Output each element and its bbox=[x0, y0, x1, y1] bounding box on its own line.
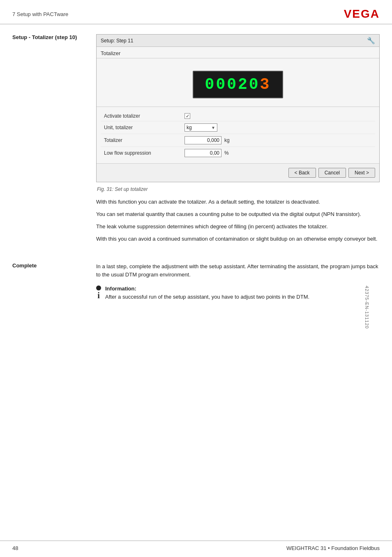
body-paragraph-3: The leak volume suppression determines w… bbox=[96, 223, 380, 231]
field-value-unit[interactable]: kg ▼ bbox=[184, 123, 374, 132]
display-digit-highlight: 3 bbox=[260, 76, 271, 93]
body-paragraph-4: With this you can avoid a continued summ… bbox=[96, 235, 380, 243]
field-row-lowflow: Low flow suppression 0,00 % bbox=[101, 147, 375, 159]
complete-left: Complete bbox=[12, 262, 86, 302]
totalizer-display-area: 000203 bbox=[97, 58, 379, 107]
rotated-label: 42375-EN-131120 bbox=[365, 286, 370, 329]
unit-select[interactable]: kg ▼ bbox=[184, 123, 217, 132]
chevron-down-icon: ▼ bbox=[211, 125, 215, 130]
cancel-button[interactable]: Cancel bbox=[318, 168, 346, 178]
info-icon-container: i bbox=[96, 285, 101, 299]
dialog-title: Setup: Step 11 bbox=[101, 38, 133, 44]
info-box: i Information: After a successful run of… bbox=[96, 285, 380, 301]
field-value-totalizer: 0,000 kg bbox=[184, 136, 374, 144]
complete-right: In a last step, complete the adjustment … bbox=[96, 262, 380, 302]
lowflow-input[interactable]: 0,00 bbox=[184, 149, 221, 157]
sidebar-label-setup: Setup - Totalizer (step 10) bbox=[12, 34, 86, 40]
vega-logo: VEGA bbox=[344, 7, 380, 21]
unit-select-value: kg bbox=[187, 125, 192, 130]
info-text-block: Information: After a successful run of t… bbox=[105, 285, 309, 301]
field-row-totalizer: Totalizer 0,000 kg bbox=[101, 134, 375, 147]
field-label-activate: Activate totalizer bbox=[102, 113, 184, 119]
right-content: Setup: Step 11 🔧 Totalizer 000203 Activa… bbox=[96, 34, 380, 248]
footer-page-number: 48 bbox=[12, 545, 18, 551]
field-row-unit: Unit, totalizer kg ▼ bbox=[101, 121, 375, 134]
settings-icon: 🔧 bbox=[367, 37, 375, 44]
field-label-unit: Unit, totalizer bbox=[102, 125, 184, 130]
complete-body-text: In a last step, complete the adjustment … bbox=[96, 262, 380, 279]
totalizer-unit: kg bbox=[224, 137, 230, 143]
totalizer-display: 000203 bbox=[193, 71, 283, 98]
info-body: After a successful run of the setup assi… bbox=[105, 294, 309, 300]
footer-product: WEIGHTRAC 31 • Foundation Fieldbus bbox=[286, 545, 380, 551]
figure-caption: Fig. 31: Set up totalizer bbox=[96, 186, 380, 192]
lowflow-unit: % bbox=[224, 150, 229, 156]
field-value-lowflow: 0,00 % bbox=[184, 149, 374, 157]
rotated-label-container: 42375-EN-131120 bbox=[346, 82, 389, 532]
complete-section: Complete In a last step, complete the ad… bbox=[0, 262, 392, 302]
totalizer-input[interactable]: 0,000 bbox=[184, 136, 221, 144]
field-row-activate: Activate totalizer ✓ bbox=[101, 111, 375, 121]
dialog-footer: < Back Cancel Next > bbox=[97, 163, 379, 182]
info-dot-icon bbox=[96, 285, 101, 290]
dialog-section-label: Totalizer bbox=[97, 47, 379, 58]
page-header: 7 Setup with PACTware VEGA bbox=[0, 0, 392, 24]
chapter-title: 7 Setup with PACTware bbox=[12, 11, 68, 17]
dialog-box: Setup: Step 11 🔧 Totalizer 000203 Activa… bbox=[96, 34, 380, 182]
dialog-titlebar: Setup: Step 11 🔧 bbox=[97, 35, 379, 47]
field-label-totalizer: Totalizer bbox=[102, 137, 184, 143]
page-footer: 48 WEIGHTRAC 31 • Foundation Fieldbus bbox=[0, 541, 392, 557]
activate-totalizer-checkbox[interactable]: ✓ bbox=[184, 113, 190, 119]
field-value-activate: ✓ bbox=[184, 113, 374, 119]
back-button[interactable]: < Back bbox=[288, 168, 316, 178]
body-paragraph-1: With this function you can activate the … bbox=[96, 198, 380, 206]
sidebar: Setup - Totalizer (step 10) bbox=[12, 34, 86, 248]
fields-area: Activate totalizer ✓ Unit, totalizer kg … bbox=[97, 107, 379, 163]
field-label-lowflow: Low flow suppression bbox=[102, 150, 184, 156]
body-paragraph-2: You can set material quantity that cause… bbox=[96, 210, 380, 218]
sidebar-label-complete: Complete bbox=[12, 262, 86, 269]
info-title: Information: bbox=[105, 285, 136, 292]
display-digits-normal: 00020 bbox=[205, 76, 260, 93]
main-content: Setup - Totalizer (step 10) Setup: Step … bbox=[0, 24, 392, 256]
info-letter-icon: i bbox=[97, 291, 100, 299]
